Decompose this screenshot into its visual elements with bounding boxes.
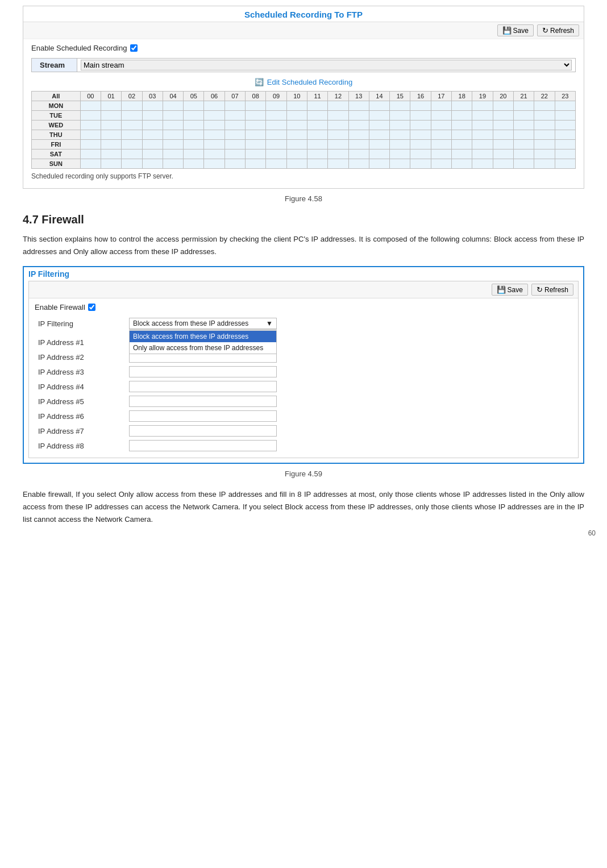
schedule-cell-fri-9[interactable]	[266, 140, 286, 149]
schedule-cell-sat-11[interactable]	[307, 149, 327, 159]
schedule-cell-fri-6[interactable]	[204, 140, 224, 149]
schedule-cell-wed-1[interactable]	[101, 121, 121, 130]
schedule-cell-thu-9[interactable]	[266, 130, 286, 140]
schedule-cell-wed-15[interactable]	[390, 121, 410, 130]
schedule-cell-fri-23[interactable]	[555, 140, 575, 149]
schedule-cell-sun-15[interactable]	[390, 159, 410, 169]
schedule-cell-wed-9[interactable]	[266, 121, 286, 130]
schedule-cell-sat-8[interactable]	[246, 149, 266, 159]
schedule-cell-sat-4[interactable]	[163, 149, 183, 159]
schedule-cell-fri-18[interactable]	[452, 140, 472, 149]
schedule-cell-mon-12[interactable]	[328, 101, 348, 111]
schedule-cell-fri-22[interactable]	[534, 140, 555, 149]
schedule-cell-mon-9[interactable]	[266, 101, 286, 111]
schedule-cell-sat-10[interactable]	[286, 149, 307, 159]
schedule-cell-fri-17[interactable]	[431, 140, 451, 149]
ip-address-input-7[interactable]	[129, 425, 277, 437]
schedule-cell-sat-9[interactable]	[266, 149, 286, 159]
schedule-cell-tue-21[interactable]	[513, 111, 534, 121]
schedule-cell-thu-17[interactable]	[431, 130, 451, 140]
schedule-cell-sun-5[interactable]	[184, 159, 204, 169]
schedule-cell-mon-21[interactable]	[513, 101, 534, 111]
schedule-cell-thu-5[interactable]	[184, 130, 204, 140]
schedule-cell-tue-2[interactable]	[122, 111, 142, 121]
schedule-cell-wed-6[interactable]	[204, 121, 224, 130]
schedule-cell-tue-10[interactable]	[286, 111, 307, 121]
schedule-cell-mon-23[interactable]	[555, 101, 575, 111]
schedule-cell-mon-14[interactable]	[369, 101, 389, 111]
schedule-cell-mon-1[interactable]	[101, 101, 121, 111]
schedule-cell-fri-19[interactable]	[472, 140, 493, 149]
schedule-cell-thu-7[interactable]	[224, 130, 245, 140]
ip-address-input-4[interactable]	[129, 381, 277, 392]
schedule-cell-sat-21[interactable]	[513, 149, 534, 159]
schedule-cell-sun-8[interactable]	[246, 159, 266, 169]
schedule-cell-sun-20[interactable]	[493, 159, 513, 169]
schedule-cell-wed-2[interactable]	[122, 121, 142, 130]
schedule-cell-tue-7[interactable]	[224, 111, 245, 121]
schedule-cell-thu-2[interactable]	[122, 130, 142, 140]
stream-select-container[interactable]: Main stream	[77, 59, 575, 72]
schedule-cell-sun-11[interactable]	[307, 159, 327, 169]
schedule-cell-fri-1[interactable]	[101, 140, 121, 149]
schedule-cell-sat-3[interactable]	[142, 149, 163, 159]
schedule-cell-tue-13[interactable]	[348, 111, 369, 121]
dropdown-list[interactable]: Block access from these IP addresses Onl…	[129, 330, 277, 354]
schedule-cell-thu-18[interactable]	[452, 130, 472, 140]
schedule-cell-sat-23[interactable]	[555, 149, 575, 159]
schedule-cell-fri-4[interactable]	[163, 140, 183, 149]
schedule-cell-sun-1[interactable]	[101, 159, 121, 169]
schedule-cell-mon-19[interactable]	[472, 101, 493, 111]
schedule-cell-sun-3[interactable]	[142, 159, 163, 169]
schedule-cell-mon-0[interactable]	[80, 101, 101, 111]
schedule-cell-sat-16[interactable]	[410, 149, 431, 159]
schedule-cell-sun-23[interactable]	[555, 159, 575, 169]
schedule-cell-fri-20[interactable]	[493, 140, 513, 149]
schedule-cell-mon-10[interactable]	[286, 101, 307, 111]
schedule-cell-mon-6[interactable]	[204, 101, 224, 111]
schedule-cell-thu-1[interactable]	[101, 130, 121, 140]
schedule-cell-fri-5[interactable]	[184, 140, 204, 149]
schedule-cell-wed-3[interactable]	[142, 121, 163, 130]
schedule-cell-tue-9[interactable]	[266, 111, 286, 121]
schedule-cell-mon-7[interactable]	[224, 101, 245, 111]
schedule-cell-fri-10[interactable]	[286, 140, 307, 149]
schedule-cell-sat-12[interactable]	[328, 149, 348, 159]
schedule-cell-thu-12[interactable]	[328, 130, 348, 140]
schedule-cell-sun-12[interactable]	[328, 159, 348, 169]
schedule-cell-sat-14[interactable]	[369, 149, 389, 159]
schedule-cell-thu-13[interactable]	[348, 130, 369, 140]
schedule-cell-thu-10[interactable]	[286, 130, 307, 140]
schedule-cell-sat-15[interactable]	[390, 149, 410, 159]
schedule-cell-fri-11[interactable]	[307, 140, 327, 149]
schedule-cell-sat-7[interactable]	[224, 149, 245, 159]
schedule-cell-thu-4[interactable]	[163, 130, 183, 140]
schedule-cell-wed-8[interactable]	[246, 121, 266, 130]
schedule-cell-wed-23[interactable]	[555, 121, 575, 130]
ip-address-input-3[interactable]	[129, 366, 277, 377]
schedule-cell-thu-19[interactable]	[472, 130, 493, 140]
schedule-cell-sat-13[interactable]	[348, 149, 369, 159]
schedule-cell-thu-6[interactable]	[204, 130, 224, 140]
schedule-cell-sun-13[interactable]	[348, 159, 369, 169]
dropdown-selected[interactable]: Block access from these IP addresses ▼	[130, 318, 276, 329]
dropdown-option-1[interactable]: Block access from these IP addresses	[130, 331, 276, 342]
schedule-cell-sun-21[interactable]	[513, 159, 534, 169]
schedule-cell-sat-5[interactable]	[184, 149, 204, 159]
schedule-cell-sun-6[interactable]	[204, 159, 224, 169]
ip-address-input-6[interactable]	[129, 410, 277, 422]
schedule-cell-sat-2[interactable]	[122, 149, 142, 159]
ip-filter-save-button[interactable]: 💾 Save	[492, 284, 528, 296]
schedule-cell-wed-4[interactable]	[163, 121, 183, 130]
schedule-cell-sun-18[interactable]	[452, 159, 472, 169]
schedule-cell-fri-8[interactable]	[246, 140, 266, 149]
schedule-cell-tue-0[interactable]	[80, 111, 101, 121]
schedule-cell-sun-16[interactable]	[410, 159, 431, 169]
schedule-cell-thu-20[interactable]	[493, 130, 513, 140]
schedule-cell-mon-13[interactable]	[348, 101, 369, 111]
schedule-cell-mon-2[interactable]	[122, 101, 142, 111]
schedule-cell-mon-15[interactable]	[390, 101, 410, 111]
schedule-cell-tue-1[interactable]	[101, 111, 121, 121]
schedule-cell-thu-22[interactable]	[534, 130, 555, 140]
schedule-cell-tue-16[interactable]	[410, 111, 431, 121]
